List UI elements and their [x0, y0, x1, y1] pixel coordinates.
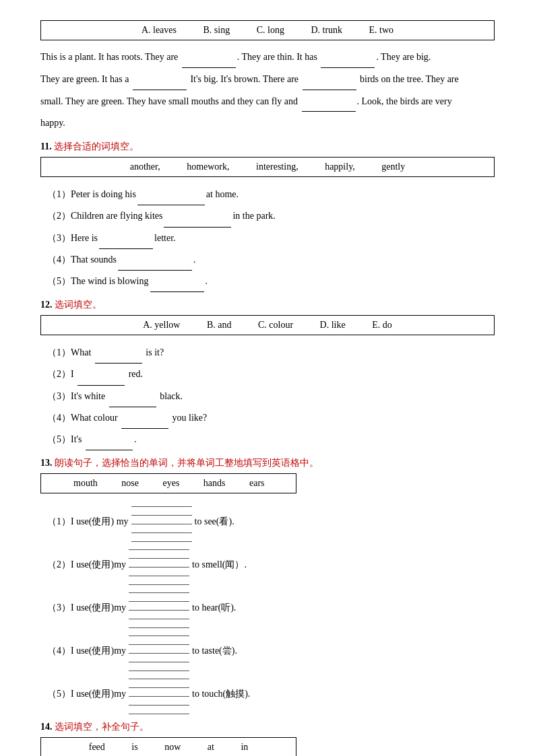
s11-word-3: interesting,: [256, 162, 298, 172]
word-c: C. long: [257, 25, 284, 35]
section14: 14. 选词填空，补全句子。 feed is now at in: [40, 721, 495, 756]
section12-word-box: A. yellow B. and C. colour D. like E. do: [40, 315, 495, 335]
section11-word-box: another, homework, interesting, happily,…: [40, 157, 495, 177]
s11-item-4: （4）That sounds.: [47, 249, 495, 271]
passage-line-3: small. They are green. They have small m…: [40, 92, 495, 112]
s11-item-1: （1）Peter is doing hisat home.: [47, 184, 495, 205]
word-d: D. trunk: [311, 25, 342, 35]
s13-word-1: mouth: [73, 478, 98, 488]
s13-word-5: ears: [249, 478, 265, 488]
section11: 11. 选择合适的词填空。 another, homework, interes…: [40, 141, 495, 292]
s12-item-3: （3）It's white black.: [47, 386, 495, 407]
s11-item-2: （2）Children are flying kitesin the park.: [47, 205, 495, 227]
s11-word-4: happily,: [325, 162, 355, 172]
s11-word-5: gently: [381, 162, 405, 172]
section10-passage: This is a plant. It has roots. They are …: [40, 47, 495, 134]
s11-word-2: homework,: [187, 162, 229, 172]
section14-title: 14. 选词填空，补全句子。: [40, 721, 495, 733]
s14-word-5: in: [241, 742, 248, 752]
word-e: E. two: [369, 25, 394, 35]
s12-word-a: A. yellow: [143, 320, 180, 330]
section11-title: 11. 选择合适的词填空。: [40, 141, 495, 153]
s14-word-1: feed: [89, 742, 105, 752]
s12-word-e: E. do: [372, 320, 392, 330]
passage-line-4: happy.: [40, 113, 495, 134]
s12-item-2: （2）I red.: [47, 364, 495, 385]
word-b: B. sing: [203, 25, 230, 35]
s12-word-c: C. colour: [258, 320, 293, 330]
s13-item-2: （2）I use(使用)my to smell(闻）.: [47, 543, 495, 585]
s13-item-1: （1）I use(使用) my to see(看).: [47, 500, 495, 542]
s12-item-4: （4）What colour you like?: [47, 407, 495, 429]
section14-word-box: feed is now at in: [40, 737, 296, 756]
s13-item-4: （4）I use(使用)my to taste(尝).: [47, 629, 495, 671]
s13-word-3: eyes: [162, 478, 179, 488]
section13-title: 13. 朗读句子，选择恰当的单词，并将单词工整地填写到英语格中。: [40, 457, 495, 469]
s14-word-4: at: [208, 742, 214, 752]
s12-item-1: （1）What is it?: [47, 342, 495, 364]
section12: 12. 选词填空。 A. yellow B. and C. colour D. …: [40, 299, 495, 450]
s11-word-1: another,: [130, 162, 160, 172]
s12-word-b: B. and: [207, 320, 232, 330]
s11-item-5: （5）The wind is blowing.: [47, 271, 495, 292]
s14-word-3: now: [164, 742, 181, 752]
passage-line-2: They are green. It has a It's big. It's …: [40, 69, 495, 90]
s12-word-d: D. like: [320, 320, 346, 330]
s13-item-3: （3）I use(使用)my to hear(听).: [47, 586, 495, 628]
s13-word-4: hands: [203, 478, 226, 488]
s13-item-5: （5）I use(使用)my to touch(触摸).: [47, 673, 495, 714]
section13: 13. 朗读句子，选择恰当的单词，并将单词工整地填写到英语格中。 mouth n…: [40, 457, 495, 714]
s12-item-5: （5）It's .: [47, 429, 495, 450]
section12-title: 12. 选词填空。: [40, 299, 495, 311]
section13-word-box: mouth nose eyes hands ears: [40, 473, 296, 493]
section10-word-box: A. leaves B. sing C. long D. trunk E. tw…: [40, 20, 495, 40]
s14-word-2: is: [131, 742, 137, 752]
s13-word-2: nose: [121, 478, 139, 488]
s11-item-3: （3）Here isletter.: [47, 228, 495, 249]
word-a: A. leaves: [141, 25, 177, 35]
passage-line-1: This is a plant. It has roots. They are …: [40, 47, 495, 68]
